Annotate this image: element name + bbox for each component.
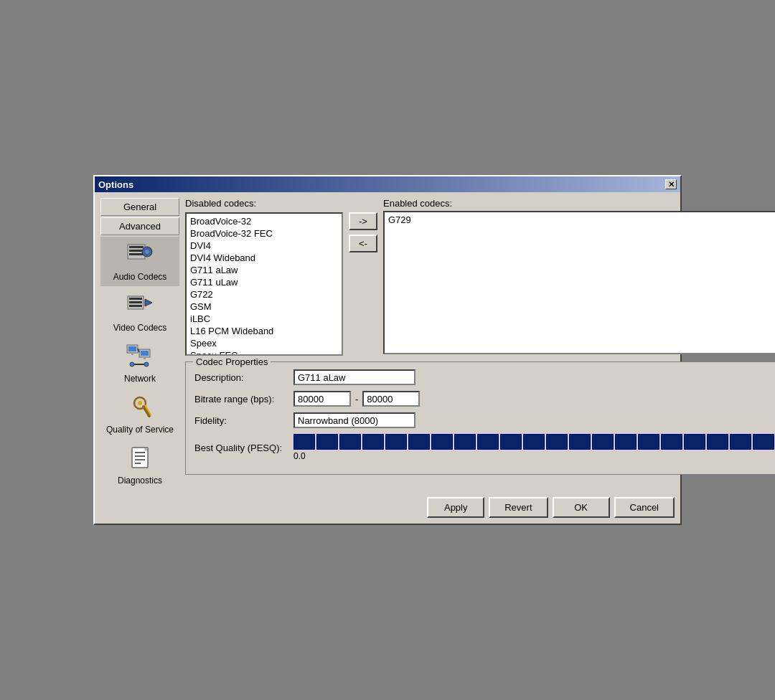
pesq-segment xyxy=(431,434,453,450)
description-row: Description: xyxy=(194,369,775,385)
pesq-segment xyxy=(638,434,659,450)
svg-rect-2 xyxy=(129,250,144,252)
audio-codecs-label: Audio Codecs xyxy=(113,272,167,282)
transfer-buttons: -> <- xyxy=(349,198,377,252)
pesq-segment xyxy=(339,434,361,450)
list-item[interactable]: G722 xyxy=(188,288,340,301)
network-label: Network xyxy=(124,374,156,384)
bitrate-min-input[interactable] xyxy=(293,391,351,407)
move-left-button[interactable]: <- xyxy=(349,235,377,252)
tab-advanced[interactable]: Advanced xyxy=(100,217,179,235)
pesq-segment xyxy=(500,434,522,450)
sidebar-item-diagnostics[interactable]: Diagnostics xyxy=(100,440,179,490)
codec-properties-legend: Codec Properties xyxy=(193,356,271,367)
pesq-segment xyxy=(523,434,545,450)
pesq-segment xyxy=(454,434,476,450)
svg-rect-8 xyxy=(129,301,142,303)
network-icon xyxy=(126,344,154,371)
description-label: Description: xyxy=(194,372,288,383)
apply-button[interactable]: Apply xyxy=(427,497,484,518)
list-item[interactable]: Speex xyxy=(188,337,340,349)
codec-properties-group: Codec Properties Description: Bitrate ra… xyxy=(185,361,775,475)
fidelity-input[interactable] xyxy=(293,412,415,428)
disabled-codecs-section: Disabled codecs: BroadVoice-32BroadVoice… xyxy=(185,198,343,356)
pesq-labels: 0.0 4.5 xyxy=(293,451,775,461)
svg-rect-1 xyxy=(129,246,144,248)
diagnostics-label: Diagnostics xyxy=(118,476,162,486)
list-item[interactable]: DVI4 Wideband xyxy=(188,252,340,264)
svg-point-19 xyxy=(130,362,134,366)
pesq-segment xyxy=(684,434,705,450)
list-item[interactable]: G729 xyxy=(386,214,775,226)
disabled-codecs-label: Disabled codecs: xyxy=(185,198,343,209)
title-bar: Options ✕ xyxy=(95,176,680,192)
pesq-segment xyxy=(661,434,682,450)
list-item[interactable]: BroadVoice-32 FEC xyxy=(188,227,340,240)
svg-rect-13 xyxy=(131,353,133,355)
tab-general[interactable]: General xyxy=(100,198,179,216)
bitrate-label: Bitrate range (bps): xyxy=(194,394,288,405)
list-item[interactable]: BroadVoice-32 xyxy=(188,215,340,227)
ok-button[interactable]: OK xyxy=(553,497,610,518)
pesq-bar xyxy=(293,434,775,450)
sidebar-item-audio-codecs[interactable]: Audio Codecs xyxy=(100,237,179,286)
video-codecs-label: Video Codecs xyxy=(113,323,167,333)
svg-rect-3 xyxy=(129,253,144,255)
pesq-segment xyxy=(362,434,384,450)
pesq-segment xyxy=(615,434,637,450)
list-item[interactable]: iLBC xyxy=(188,313,340,325)
bitrate-separator: - xyxy=(355,394,358,405)
list-item[interactable]: DVI4 xyxy=(188,240,340,252)
sidebar-item-network[interactable]: Network xyxy=(100,339,179,388)
options-window: Options ✕ General Advanced xyxy=(93,175,682,525)
audio-codecs-icon xyxy=(126,242,154,269)
description-input[interactable] xyxy=(293,369,415,385)
pesq-segment xyxy=(385,434,407,450)
main-content: General Advanced Audio Co xyxy=(100,198,675,490)
list-item[interactable]: G711 uLaw xyxy=(188,276,340,288)
sidebar-item-quality-of-service[interactable]: Quality of Service xyxy=(100,389,179,439)
svg-rect-7 xyxy=(129,298,142,300)
pesq-row: Best Quality (PESQ): 0.0 4.5 xyxy=(194,434,775,461)
list-item[interactable]: G711 aLaw xyxy=(188,264,340,276)
pesq-segment xyxy=(730,434,751,450)
window-title: Options xyxy=(98,179,133,190)
pesq-segment xyxy=(477,434,499,450)
enabled-codecs-label: Enabled codecs: xyxy=(383,198,775,209)
list-item[interactable]: GSM xyxy=(188,301,340,313)
svg-rect-12 xyxy=(128,346,136,351)
quality-of-service-label: Quality of Service xyxy=(106,425,174,435)
video-codecs-icon xyxy=(126,293,154,320)
bitrate-row: Bitrate range (bps): - xyxy=(194,391,775,407)
svg-rect-9 xyxy=(129,305,142,307)
codecs-area: Disabled codecs: BroadVoice-32BroadVoice… xyxy=(185,198,775,356)
revert-button[interactable]: Revert xyxy=(489,497,548,518)
pesq-segment xyxy=(546,434,568,450)
bitrate-max-input[interactable] xyxy=(362,391,420,407)
pesq-label: Best Quality (PESQ): xyxy=(194,443,288,453)
fidelity-label: Fidelity: xyxy=(194,415,288,426)
diagnostics-icon xyxy=(126,445,154,473)
svg-rect-16 xyxy=(144,357,146,359)
sidebar-item-video-codecs[interactable]: Video Codecs xyxy=(100,288,179,337)
pesq-segment xyxy=(408,434,430,450)
disabled-codecs-listbox[interactable]: BroadVoice-32BroadVoice-32 FECDVI4DVI4 W… xyxy=(185,212,343,356)
pesq-segment xyxy=(753,434,774,450)
cancel-button[interactable]: Cancel xyxy=(614,497,675,518)
svg-point-22 xyxy=(138,401,142,405)
pesq-segment xyxy=(293,434,315,450)
svg-rect-15 xyxy=(141,351,149,356)
bitrate-range: - xyxy=(293,391,420,407)
close-button[interactable]: ✕ xyxy=(665,179,677,189)
svg-point-5 xyxy=(145,250,149,254)
move-right-button[interactable]: -> xyxy=(349,212,377,230)
list-item[interactable]: L16 PCM Wideband xyxy=(188,325,340,337)
pesq-segment xyxy=(569,434,591,450)
bottom-buttons: Apply Revert OK Cancel xyxy=(100,497,675,518)
enabled-codecs-listbox[interactable]: G729 xyxy=(383,211,775,354)
enabled-codecs-section: Enabled codecs: G729 xyxy=(383,198,775,354)
pesq-segment xyxy=(592,434,614,450)
fidelity-row: Fidelity: xyxy=(194,412,775,428)
list-item[interactable]: Speex FEC xyxy=(188,349,340,356)
pesq-segment xyxy=(707,434,728,450)
